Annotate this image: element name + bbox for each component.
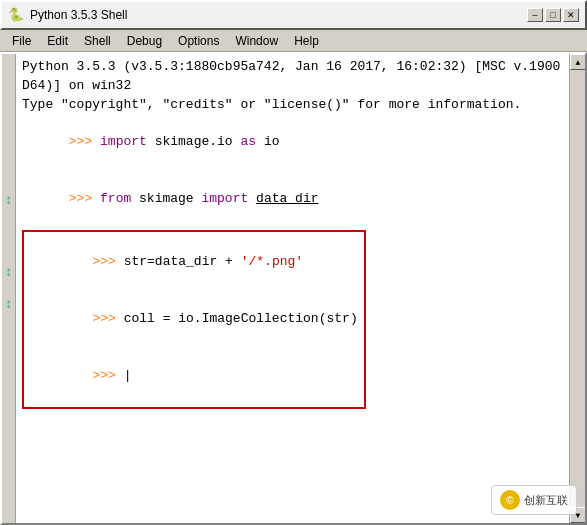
shell-cmd-2: >>> from skimage import data_dir [22,171,563,228]
shell-info-line-2: D64)] on win32 [22,77,563,96]
menu-shell[interactable]: Shell [76,32,119,50]
menu-options[interactable]: Options [170,32,227,50]
shell-cmd-4: >>> coll = io.ImageCollection(str) [30,291,358,348]
menu-help[interactable]: Help [286,32,327,50]
close-button[interactable]: ✕ [563,8,579,22]
left-gutter: ‡ ‡ ‡ [2,54,16,523]
maximize-button[interactable]: □ [545,8,561,22]
cmd-text-1: skimage.io [147,134,241,149]
shell-cmd-5: >>> | [30,348,358,405]
shell-cmd-3: >>> str=data_dir + '/*.png' [30,235,358,292]
minimize-button[interactable]: – [527,8,543,22]
highlighted-code-box: >>> str=data_dir + '/*.png' >>> coll = i… [22,230,366,410]
scroll-up-button[interactable]: ▲ [570,54,586,70]
shell-window: ‡ ‡ ‡ Python 3.5.3 (v3.5.3:1880cb95a742,… [0,52,587,525]
watermark: © 创新互联 [491,485,577,515]
app-icon: 🐍 [8,7,24,23]
window-title: Python 3.5.3 Shell [30,8,127,22]
prompt-arrow-2: >>> [69,191,100,206]
prompt-arrow-4: >>> [92,311,123,326]
prompt-arrow-3: >>> [92,254,123,269]
keyword-from: from [100,191,131,206]
keyword-import-1: import [100,134,147,149]
prompt-arrow-1: >>> [69,134,100,149]
window-controls: – □ ✕ [527,8,579,22]
keyword-as-1: as [240,134,256,149]
shell-info-line-3: Type "copyright", "credits" or "license(… [22,96,563,115]
menu-window[interactable]: Window [227,32,286,50]
menu-file[interactable]: File [4,32,39,50]
prompt-arrow-5: >>> [92,368,123,383]
shell-info-line-1: Python 3.5.3 (v3.5.3:1880cb95a742, Jan 1… [22,58,563,77]
menu-debug[interactable]: Debug [119,32,170,50]
shell-content[interactable]: Python 3.5.3 (v3.5.3:1880cb95a742, Jan 1… [16,54,569,523]
scrollbar-track[interactable] [570,70,585,507]
menu-edit[interactable]: Edit [39,32,76,50]
menu-bar: File Edit Shell Debug Options Window Hel… [0,30,587,52]
shell-cmd-1: >>> import skimage.io as io [22,115,563,172]
watermark-logo: © [500,490,520,510]
title-bar: 🐍 Python 3.5.3 Shell – □ ✕ [0,0,587,30]
keyword-import-2: import [201,191,248,206]
watermark-text: 创新互联 [524,493,568,508]
vertical-scrollbar[interactable]: ▲ ▼ [569,54,585,523]
